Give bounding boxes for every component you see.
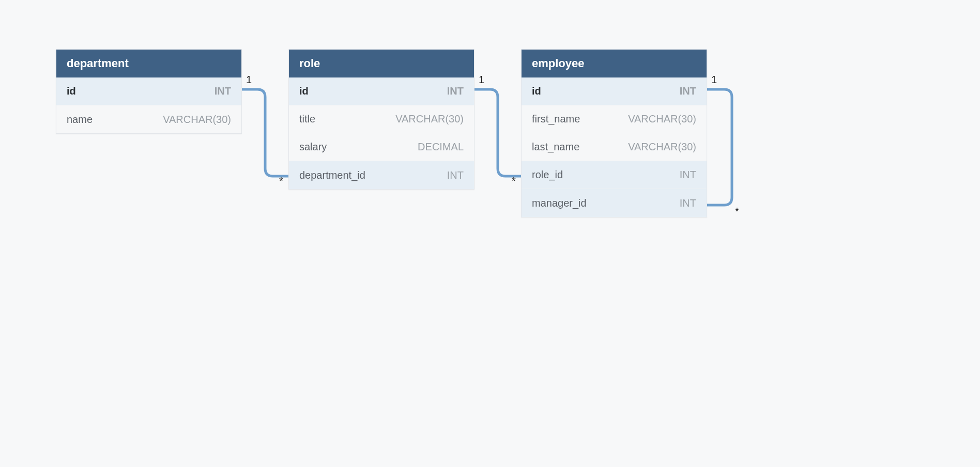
connector-role-to-employee <box>474 89 521 176</box>
connector-employee-self <box>707 89 732 205</box>
column-type: INT <box>215 85 231 97</box>
column-name: title <box>299 113 315 125</box>
column-name: name <box>67 114 93 126</box>
table-role-header: role <box>289 50 474 77</box>
cardinality-employee-managerid-many: * <box>735 206 739 217</box>
column-type: INT <box>680 85 696 97</box>
column-type: DECIMAL <box>418 141 464 153</box>
table-row: name VARCHAR(30) <box>56 105 241 133</box>
cardinality-employee-one: 1 <box>711 74 717 86</box>
column-name: id <box>532 85 541 97</box>
column-name: department_id <box>299 169 365 181</box>
table-employee-header: employee <box>522 50 707 77</box>
diagram-canvas: 1 * 1 * 1 * department id INT name VARCH… <box>0 0 980 467</box>
table-row: department_id INT <box>289 161 474 189</box>
column-name: role_id <box>532 169 563 181</box>
column-type: VARCHAR(30) <box>163 114 231 126</box>
cardinality-dept-one: 1 <box>246 74 252 86</box>
table-row: id INT <box>522 77 707 105</box>
table-row: id INT <box>289 77 474 105</box>
table-row: title VARCHAR(30) <box>289 105 474 133</box>
cardinality-role-deptid-many: * <box>279 175 283 187</box>
cardinality-role-one: 1 <box>479 74 484 86</box>
column-type: INT <box>680 169 696 181</box>
column-name: last_name <box>532 141 579 153</box>
connector-dept-to-role <box>242 89 288 176</box>
column-type: INT <box>447 169 464 181</box>
column-type: VARCHAR(30) <box>628 113 696 125</box>
table-department[interactable]: department id INT name VARCHAR(30) <box>56 49 242 134</box>
column-name: id <box>299 85 309 97</box>
cardinality-employee-roleid-many: * <box>512 175 516 187</box>
column-name: salary <box>299 141 327 153</box>
table-row: first_name VARCHAR(30) <box>522 105 707 133</box>
column-type: INT <box>680 197 696 209</box>
table-row: salary DECIMAL <box>289 133 474 161</box>
column-type: INT <box>447 85 464 97</box>
column-type: VARCHAR(30) <box>395 113 464 125</box>
column-name: manager_id <box>532 197 587 209</box>
table-row: manager_id INT <box>522 189 707 217</box>
table-row: role_id INT <box>522 161 707 189</box>
table-row: id INT <box>56 77 241 105</box>
table-row: last_name VARCHAR(30) <box>522 133 707 161</box>
table-role[interactable]: role id INT title VARCHAR(30) salary DEC… <box>288 49 474 190</box>
column-name: id <box>67 85 76 97</box>
table-department-header: department <box>56 50 241 77</box>
table-employee[interactable]: employee id INT first_name VARCHAR(30) l… <box>521 49 707 217</box>
column-name: first_name <box>532 113 580 125</box>
column-type: VARCHAR(30) <box>628 141 696 153</box>
